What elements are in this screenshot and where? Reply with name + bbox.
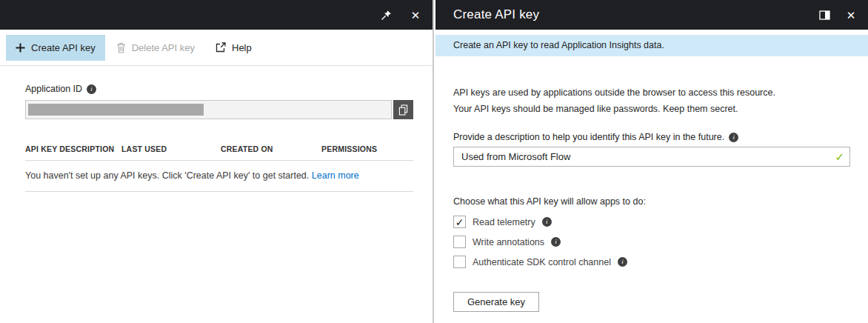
- application-id-field[interactable]: [25, 100, 392, 119]
- create-api-key-command[interactable]: Create API key: [6, 35, 105, 61]
- permission-row-write-annotations: Write annotations: [453, 236, 850, 248]
- col-header-description: API KEY DESCRIPTION: [25, 144, 121, 153]
- api-keys-blade: ✕ Create API key Delete API key: [0, 0, 434, 323]
- checkbox-read-telemetry[interactable]: ✓: [453, 216, 466, 228]
- right-blade-content: API keys are used by applications outsid…: [435, 87, 868, 312]
- intro-line-2: Your API keys should be managed like pas…: [453, 104, 850, 114]
- checkbox-write-annotations[interactable]: [453, 236, 466, 248]
- permission-row-authenticate-sdk-control-channel: Authenticate SDK control channel: [453, 256, 850, 268]
- plus-icon: [16, 43, 25, 53]
- checkbox-label-read-telemetry: Read telemetry: [473, 217, 535, 227]
- close-blade-icon[interactable]: ✕: [409, 8, 422, 21]
- info-icon[interactable]: [618, 257, 627, 267]
- redacted-value: [28, 104, 204, 116]
- permission-row-read-telemetry: ✓Read telemetry: [453, 216, 850, 228]
- table-header-row: API KEY DESCRIPTION LAST USED CREATED ON…: [25, 144, 413, 161]
- create-api-key-label: Create API key: [31, 42, 96, 53]
- generate-key-button[interactable]: Generate key: [453, 292, 539, 312]
- application-id-label: Application ID: [25, 84, 82, 94]
- col-header-permissions: PERMISSIONS: [321, 144, 413, 153]
- create-api-key-blade: Create API key ✕ Create an API key to re…: [435, 0, 868, 323]
- info-icon[interactable]: [87, 84, 96, 94]
- col-header-last-used: LAST USED: [121, 144, 221, 153]
- help-command[interactable]: Help: [206, 35, 261, 61]
- valid-check-icon: ✓: [835, 150, 844, 164]
- application-id-label-row: Application ID: [25, 84, 413, 94]
- col-header-created-on: CREATED ON: [221, 144, 321, 153]
- description-label: Provide a description to help you identi…: [453, 132, 724, 142]
- permission-list: ✓Read telemetryWrite annotationsAuthenti…: [453, 216, 850, 268]
- checkbox-label-authenticate-sdk-control-channel: Authenticate SDK control channel: [473, 257, 611, 267]
- delete-api-key-command[interactable]: Delete API key: [107, 35, 204, 61]
- copy-button[interactable]: [393, 100, 413, 119]
- api-keys-table: API KEY DESCRIPTION LAST USED CREATED ON…: [25, 144, 413, 192]
- left-blade-header: ✕: [0, 0, 433, 30]
- description-input-wrap: ✓: [453, 147, 850, 167]
- info-icon[interactable]: [542, 217, 552, 227]
- help-label: Help: [232, 42, 252, 53]
- checkbox-authenticate-sdk-control-channel[interactable]: [453, 256, 466, 268]
- external-link-icon: [216, 42, 226, 53]
- info-icon[interactable]: [551, 237, 561, 247]
- pin-icon[interactable]: [379, 8, 393, 21]
- right-blade-header: Create API key ✕: [435, 0, 868, 30]
- description-label-row: Provide a description to help you identi…: [453, 132, 850, 142]
- application-id-row: [25, 100, 413, 119]
- blade-title: Create API key: [453, 7, 804, 22]
- description-input[interactable]: [453, 147, 850, 167]
- maximize-icon[interactable]: [818, 8, 831, 21]
- delete-api-key-label: Delete API key: [132, 42, 195, 53]
- checkbox-label-write-annotations: Write annotations: [473, 237, 544, 247]
- empty-state-text: You haven't set up any API keys. Click '…: [25, 170, 312, 181]
- close-blade-icon[interactable]: ✕: [844, 8, 858, 21]
- empty-state-row: You haven't set up any API keys. Click '…: [25, 161, 413, 192]
- info-icon[interactable]: [729, 133, 738, 142]
- info-banner: Create an API key to read Application In…: [435, 35, 868, 56]
- command-bar: Create API key Delete API key Help: [0, 30, 433, 66]
- trash-icon: [116, 42, 126, 53]
- permissions-label: Choose what this API key will allow apps…: [453, 196, 850, 207]
- intro-line-1: API keys are used by applications outsid…: [453, 87, 850, 98]
- learn-more-link[interactable]: Learn more: [312, 170, 359, 181]
- intro-text: API keys are used by applications outsid…: [453, 87, 850, 114]
- left-blade-content: Application ID API KEY DESCRIPTION LAST …: [0, 84, 433, 192]
